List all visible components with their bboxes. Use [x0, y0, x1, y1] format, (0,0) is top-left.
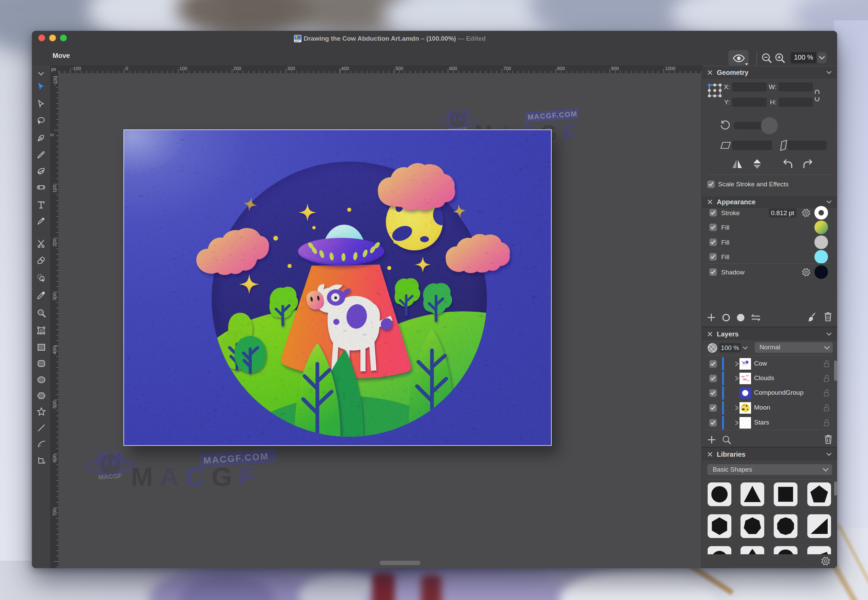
- svg-text:MACGF: MACGF: [98, 472, 122, 481]
